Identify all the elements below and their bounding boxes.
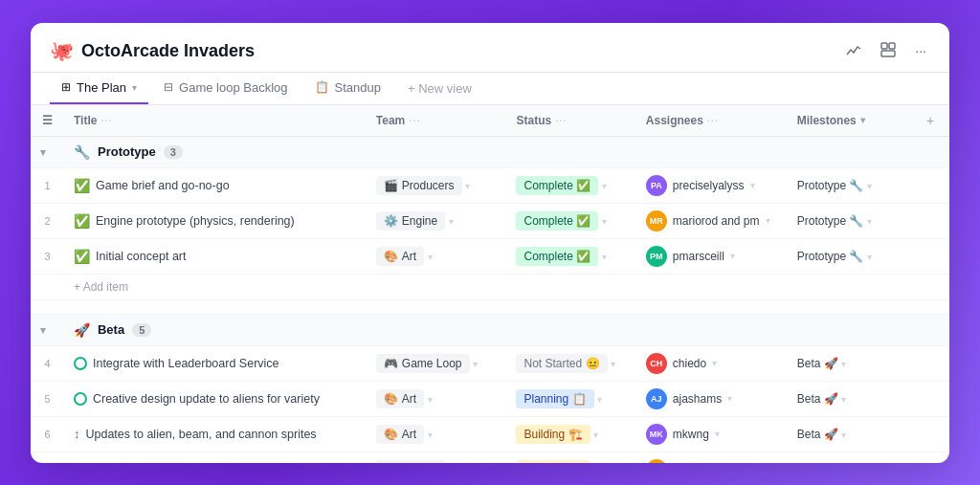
team-badge[interactable]: 🎨 Art	[376, 247, 424, 266]
team-emoji: 🎨	[384, 392, 398, 406]
group-caret-icon[interactable]: ▾	[40, 146, 46, 158]
team-badge[interactable]: 🎨 Art	[376, 425, 424, 444]
row-number: 7	[31, 452, 64, 463]
item-title[interactable]: Game brief and go-no-go	[96, 179, 230, 192]
milestone-caret[interactable]: ▾	[841, 394, 846, 405]
team-badge[interactable]: 🎨 Art	[376, 389, 424, 408]
chart-icon[interactable]	[842, 38, 865, 64]
status-caret[interactable]: ▾	[593, 430, 598, 440]
milestone-caret[interactable]: ▾	[841, 430, 846, 440]
team-cell: 🎮 Game Loop ▾	[367, 345, 507, 381]
team-caret[interactable]: ▾	[428, 252, 433, 262]
group-count: 5	[132, 323, 151, 337]
team-badge[interactable]: ⚙️ Engine	[376, 211, 445, 231]
milestone-badge[interactable]: Prototype 🔧	[797, 250, 864, 263]
team-badge[interactable]: 🎬 Producers	[376, 176, 462, 195]
add-column-button[interactable]: +	[926, 113, 934, 128]
team-cell: ⚙️ Engine ▾	[367, 203, 507, 238]
status-badge[interactable]: Planning 📋	[516, 389, 593, 408]
assignee-caret[interactable]: ▾	[715, 429, 720, 439]
item-title[interactable]: Engine prototype (physics, rendering)	[96, 214, 295, 228]
milestone-caret[interactable]: ▾	[867, 216, 872, 227]
team-caret[interactable]: ▾	[428, 394, 433, 405]
item-title[interactable]: Initial concept art	[96, 250, 187, 263]
milestone-badge[interactable]: Prototype 🔧	[797, 214, 864, 228]
team-caret[interactable]: ▾	[465, 181, 470, 191]
status-cell: Complete ✅ ▾	[506, 203, 635, 238]
title-cell: ↕ Updates to alien, beam, and cannon spr…	[64, 416, 367, 452]
team-cell: 🎨 Art ▾	[367, 381, 507, 416]
item-title[interactable]: Updates to alien, beam, and cannon sprit…	[85, 428, 316, 441]
group-count: 3	[164, 145, 183, 159]
item-title[interactable]: Creative design update to aliens for var…	[93, 392, 320, 406]
layout-icon[interactable]	[877, 38, 900, 64]
assignee-name: preciselyalyss	[673, 179, 745, 192]
status-caret[interactable]: ▾	[602, 216, 607, 227]
title-cell: Creative design update to aliens for var…	[64, 381, 367, 416]
group-label-cell: 🚀 Beta 5	[64, 314, 949, 345]
milestones-sort-icon[interactable]: ▾	[860, 115, 865, 125]
tab-new-view[interactable]: + New view	[396, 74, 483, 103]
status-caret[interactable]: ▾	[611, 359, 615, 369]
title-cell: ✅ Initial concept art	[64, 238, 367, 274]
group-caret-cell: ▾	[31, 136, 64, 167]
app-header: 🐙 OctoArcade Invaders ···	[31, 23, 949, 73]
status-badge[interactable]: Complete ✅	[516, 247, 598, 266]
th-team-dots[interactable]: ···	[409, 115, 420, 126]
item-title[interactable]: Integrate with Leaderboard Service	[93, 357, 279, 370]
group-caret-cell: ▾	[31, 314, 64, 345]
assignee-name: pmarsceill	[673, 250, 724, 263]
group-spacer	[31, 299, 949, 314]
assignee-caret[interactable]: ▾	[730, 251, 735, 261]
th-title-label: Title	[74, 114, 97, 127]
more-icon[interactable]: ···	[911, 39, 930, 62]
status-badge[interactable]: Complete ✅	[516, 211, 598, 231]
group-caret-icon[interactable]: ▾	[40, 324, 46, 336]
milestone-caret[interactable]: ▾	[867, 252, 872, 262]
group-row-beta: ▾ 🚀 Beta 5	[31, 314, 949, 345]
assignee-caret[interactable]: ▾	[727, 393, 732, 404]
tab-the-plan[interactable]: ⊞ The Plan ▾	[50, 73, 148, 104]
status-cell: Building 🏗️ ▾	[506, 452, 635, 463]
assignee-name: chiedo	[673, 357, 706, 370]
milestone-badge[interactable]: Beta 🚀	[797, 428, 838, 441]
th-assignees-dots[interactable]: ···	[707, 115, 719, 126]
tab-the-plan-icon: ⊞	[61, 80, 71, 94]
milestone-caret[interactable]: ▾	[867, 181, 872, 191]
status-badge[interactable]: Building 🏗️	[516, 425, 590, 444]
row-number: 5	[31, 381, 64, 416]
milestone-badge[interactable]: Beta 🚀	[797, 357, 838, 370]
assignee-caret[interactable]: ▾	[712, 358, 717, 368]
status-complete-icon: ✅	[74, 178, 90, 193]
header-right: ···	[842, 38, 930, 64]
svg-rect-2	[881, 51, 895, 56]
status-complete-icon: ✅	[74, 249, 90, 264]
assignee-caret[interactable]: ▾	[750, 180, 755, 190]
assignee-caret[interactable]: ▾	[766, 215, 770, 226]
tab-standup[interactable]: 📋 Standup	[303, 73, 392, 104]
status-caret[interactable]: ▾	[597, 394, 602, 405]
team-caret[interactable]: ▾	[449, 216, 454, 227]
assignee-cell: PM pmarsceill ▾	[636, 238, 788, 274]
add-item-cell[interactable]: + Add item	[64, 274, 949, 299]
svg-rect-1	[889, 43, 895, 49]
team-caret[interactable]: ▾	[428, 430, 433, 440]
status-caret[interactable]: ▾	[602, 252, 607, 262]
milestone-badge[interactable]: Prototype 🔧	[797, 179, 864, 192]
team-badge[interactable]: 🎮 Game Loop	[376, 354, 470, 373]
milestone-caret[interactable]: ▾	[841, 359, 846, 369]
team-badge[interactable]: ⚙️ Engine	[376, 460, 445, 463]
status-cell: Not Started 😐 ▾	[506, 345, 635, 381]
status-caret[interactable]: ▾	[602, 181, 607, 191]
add-item-label[interactable]: + Add item	[74, 280, 128, 294]
tab-game-loop-backlog[interactable]: ⊟ Game loop Backlog	[152, 73, 299, 104]
filter-icon[interactable]: ☰	[42, 114, 53, 127]
th-status-dots[interactable]: ···	[555, 115, 567, 126]
group-emoji: 🔧	[74, 144, 90, 160]
status-badge[interactable]: Complete ✅	[516, 176, 598, 195]
status-badge[interactable]: Not Started 😐	[516, 354, 607, 373]
status-badge[interactable]: Building 🏗️	[516, 460, 590, 463]
milestone-badge[interactable]: Beta 🚀	[797, 392, 838, 406]
th-title-dots[interactable]: ···	[100, 115, 112, 126]
team-caret[interactable]: ▾	[473, 359, 478, 369]
